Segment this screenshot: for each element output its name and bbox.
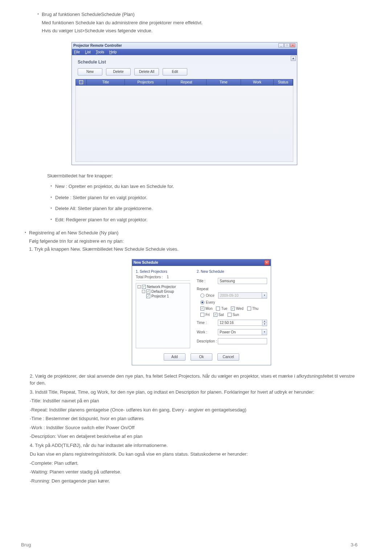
description-input[interactable] [218,338,267,344]
def-repeat: -Repeat: Indstiller planens gentagelse (… [30,406,358,414]
grid-body-empty [75,86,293,162]
tree-label: Projector 1 [151,294,169,298]
def-time: -Time : Bestemmer det tidspunkt, hvor en… [30,415,358,422]
tree-checkbox[interactable]: ✓ [146,290,150,294]
chevron-down-icon[interactable]: ▼ [262,323,267,326]
tree-node-root[interactable]: - ✓ Network Projector [138,285,188,289]
bullet-icon: • [47,194,55,199]
chevron-down-icon: ▾ [262,292,267,299]
list-item: • Delete : Sletter planen for en valgt p… [47,194,358,202]
label-work: Work : [197,330,218,334]
def-work: -Work : Indstiller Source switch eller P… [30,424,358,431]
time-input[interactable]: 12:50:16 [218,320,262,326]
day-tue[interactable]: Tue [216,307,227,311]
projector-tree[interactable]: - ✓ Network Projector - ✓ Default Group … [136,283,190,348]
new-button[interactable]: New [78,68,102,75]
tree-collapse-icon[interactable]: - [138,285,141,288]
day-fri[interactable]: Fri [200,313,210,317]
grid-header-check[interactable] [76,79,87,85]
title-input[interactable]: Samsung [218,278,267,284]
dialog-title: New Schedule [134,260,264,264]
tree-node-projector[interactable]: ✓ Projector 1 [146,294,188,298]
radio-once-label: Once [206,294,215,297]
four-buttons-intro: Skærmbilledet har fire knapper: [47,172,358,180]
maximize-button[interactable]: □ [284,43,290,48]
grid-header-time[interactable]: Time [207,79,241,85]
date-input: 2009-09-10 [218,292,262,299]
radio-once-row[interactable]: Once 2009-09-10 ▾ [200,292,267,299]
footer-left: Brug [21,542,31,547]
label-repeat: Repeat [197,287,218,291]
day-sun[interactable]: Sun [228,313,239,317]
label-title: Title : [197,279,218,283]
grid-header: Title Projectors Repeat Time Work Status [75,79,293,86]
dialog-close-button[interactable]: × [264,260,269,265]
close-button[interactable]: × [290,43,295,48]
item-delete-all: Delete All: Sletter planen for alle proj… [55,205,153,212]
radio-once[interactable] [200,294,204,297]
section-bullet: • Brug af funktionen ScheduleSchedule (P… [34,11,358,36]
status-waiting: -Waiting: Planen venter stadig på udføre… [30,468,358,476]
total-projectors: Total Projectors : 1 [136,275,190,281]
time-spinner[interactable]: ▲ ▼ [262,320,267,326]
item-new: New : Opretter en projektor, du kan lave… [55,183,174,190]
grid-header-status[interactable]: Status [274,79,293,85]
total-value: 1 [167,275,169,279]
tree-checkbox[interactable]: ✓ [142,285,146,289]
day-mon[interactable]: ✓Mon [200,307,212,311]
day-thu[interactable]: Thu [247,307,258,311]
days-row: ✓Mon Tue ✓Wed Thu Fri ✓Sat Sun [200,307,267,317]
delete-all-button[interactable]: Delete All [134,68,159,75]
label-time: Time : [197,321,218,325]
item-edit: Edit: Redigerer planen for en valgt proj… [55,216,147,223]
radio-every-row[interactable]: Every [200,300,267,304]
page-footer: Brug 3-6 [0,542,392,547]
bullet-icon: • [47,205,55,210]
menu-file[interactable]: File [74,50,80,54]
scroll-up-icon[interactable]: ▲ [291,56,296,61]
def-description: -Description: Viser en detaljeret beskri… [30,433,358,440]
radio-every[interactable] [200,300,204,304]
day-wed[interactable]: ✓Wed [231,307,243,311]
new-schedule-dialog: New Schedule × 1. Select Projectors Tota… [132,259,271,365]
chevron-up-icon[interactable]: ▲ [262,320,267,323]
menu-tools[interactable]: Tools [96,50,104,54]
dialog-titlebar: New Schedule × [132,259,271,266]
delete-button[interactable]: Delete [106,68,131,75]
grid-header-title[interactable]: Title [87,79,125,85]
tree-checkbox[interactable]: ✓ [146,294,150,298]
step4: 4. Tryk på ADD(TILFØJ), når du har indta… [30,442,358,449]
tree-collapse-icon[interactable]: - [142,290,145,293]
section2-line1: Følg følgende trin for at registrere en … [29,238,179,245]
menu-list[interactable]: List [85,50,91,54]
menu-help[interactable]: Help [109,50,117,54]
select-projectors-header: 1. Select Projectors [136,270,190,274]
list-item: • Delete All: Sletter planen for alle pr… [47,205,358,213]
step3: 3. Indstil Title, Repeat, Time, og Work,… [30,389,358,396]
history-line: Du kan vise en plans registreringshistor… [30,451,358,458]
list-item: • Edit: Redigerer planen for en valgt pr… [47,216,358,225]
bullet-icon: • [22,229,29,234]
tree-node-group[interactable]: - ✓ Default Group [142,290,188,294]
edit-button[interactable]: Edit [163,68,187,75]
step2: 2. Vælg de projektorer, der skal anvende… [30,373,358,387]
day-sat[interactable]: ✓Sat [213,313,224,317]
add-button[interactable]: Add [164,353,185,361]
grid-header-repeat[interactable]: Repeat [167,79,207,85]
tree-label: Network Projector [147,285,176,289]
def-title: -Title: Indstiller navnet på en plan [30,397,358,405]
label-description: Description : [197,339,218,343]
minimize-button[interactable]: _ [278,43,284,48]
chevron-down-icon[interactable]: ▾ [262,329,267,335]
grid-header-work[interactable]: Work [241,79,274,85]
section1-line1: Med funktionen Schedule kan du administr… [42,19,203,26]
radio-every-label: Every [206,300,215,304]
window-title: Projector Remote Controller [73,44,278,48]
bullet-icon: • [47,183,55,188]
cancel-button[interactable]: Cancel [217,353,239,361]
ok-button[interactable]: Ok [191,353,212,361]
bullet-icon: • [34,11,42,16]
section2-title: Registrering af en New Schedule (Ny plan… [29,229,179,237]
work-select[interactable]: Power On [218,329,262,335]
grid-header-projectors[interactable]: Projectors [125,79,167,85]
